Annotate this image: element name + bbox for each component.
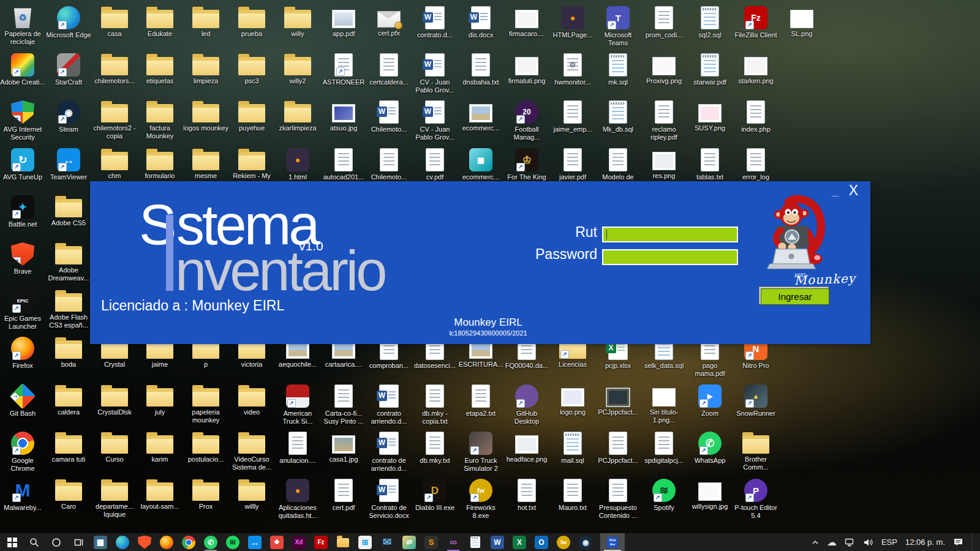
taskbar-notepad-app[interactable]	[464, 533, 486, 551]
desktop-icon-mauro-txt[interactable]: Mauro.txt	[550, 479, 595, 512]
desktop-icon-github-desktop[interactable]: ↗GitHub Desktop	[504, 384, 549, 425]
desktop-icon-hot-txt[interactable]: hot.txt	[504, 479, 549, 512]
desktop-icon-filezilla-client[interactable]: Fz↗FileZilla Client	[733, 6, 778, 39]
desktop-icon-db-mky-txt[interactable]: db.mky.txt	[412, 432, 458, 465]
taskbar-red-arrows-app[interactable]: ❖	[266, 533, 288, 551]
desktop-icon-departame-iquique[interactable]: departame... Iquique	[92, 479, 137, 519]
desktop-icon-epic-games-launcher[interactable]: EPIC↗Epic Games Launcher	[0, 290, 45, 331]
tray-chevron-icon[interactable]	[812, 539, 819, 545]
desktop-icon-psc3[interactable]: psc3	[229, 53, 274, 85]
desktop-icon-google-chrome[interactable]: ↗Google Chrome	[0, 432, 45, 473]
desktop-icon-logo-png[interactable]: logo.png	[550, 384, 595, 416]
desktop-icon-carta-co-fi-susy-pinto[interactable]: Carta-co-fi... Susy Pinto ...	[321, 384, 366, 425]
desktop-icon-postulacio[interactable]: postulacio...	[183, 432, 228, 463]
desktop-icon-july[interactable]: july	[137, 384, 183, 416]
volume-icon[interactable]	[863, 538, 873, 547]
desktop-icon-limpieza[interactable]: limpieza	[183, 53, 228, 85]
desktop-icon-willy2[interactable]: willy2	[275, 53, 320, 85]
desktop-icon-adobe-cs5[interactable]: Adobe CS5	[46, 195, 91, 227]
desktop-icon-american-truck-si[interactable]: ↗American Truck Si...	[275, 384, 320, 425]
taskbar-sistema-inventario-task[interactable]: Sist Inv	[600, 533, 625, 551]
taskbar-edge-app[interactable]	[111, 533, 134, 551]
desktop-icon-avg-tuneup[interactable]: ↻↗AVG TuneUp	[0, 148, 45, 181]
taskbar-firefox-app[interactable]	[156, 533, 178, 551]
desktop-icon-willly[interactable]: willly	[229, 479, 274, 511]
taskbar-microsoft-store-app[interactable]: ⊞	[354, 533, 376, 551]
taskbar-cortana-button[interactable]	[45, 533, 67, 551]
desktop-icon-adobe-flash-cs3-espa[interactable]: Adobe Flash CS3 españ...	[46, 290, 91, 329]
desktop-icon-casa1-jpg[interactable]: casa1.jpg	[321, 432, 366, 463]
desktop-icon-javier-pdf[interactable]: javier.pdf	[550, 148, 595, 181]
action-center-icon[interactable]	[953, 538, 963, 547]
taskbar-brave-app[interactable]	[134, 533, 156, 551]
desktop-icon-camara-tuti[interactable]: camara tuti	[46, 432, 91, 463]
desktop-icon-spdigitalpcj[interactable]: spdigitalpcj...	[641, 432, 687, 465]
desktop-icon-dnsbahia-txt[interactable]: dnsbahia.txt	[458, 53, 503, 86]
desktop-icon-for-the-king[interactable]: ♔↗For The King	[504, 148, 549, 181]
desktop-icon-papeleria-mounkey[interactable]: papeleria mounkey	[183, 384, 228, 424]
desktop-icon-formulario[interactable]: formulario	[137, 148, 183, 180]
desktop-icon-index-php[interactable]: index.php	[733, 100, 778, 133]
desktop-icon-diablo-iii-exe[interactable]: D↗Diablo III.exe	[412, 479, 458, 512]
taskbar-start-button[interactable]	[1, 533, 23, 551]
desktop-icon-atsuo-jpg[interactable]: atsuo.jpg	[321, 100, 366, 132]
desktop-icon-res-png[interactable]: res.png	[641, 148, 687, 180]
desktop-icon-fireworks-8-exe[interactable]: fw↗Fireworks 8.exe	[458, 479, 503, 520]
desktop-icon-mk-sql[interactable]: mk.sql	[595, 53, 641, 86]
desktop-icon-mesme[interactable]: mesme	[183, 148, 228, 180]
desktop-icon-prom-codi[interactable]: prom_codi...	[641, 6, 687, 39]
desktop-icon-layout-sam[interactable]: layout-sam...	[137, 479, 183, 511]
desktop-icon-db-mky-copia-txt[interactable]: db.mky - copia.txt	[412, 384, 458, 425]
taskbar-photo-tool-app[interactable]: ⇄	[398, 533, 420, 551]
login-button[interactable]: Ingresar	[759, 287, 829, 304]
desktop-icon-contrato-de-arriendo-d[interactable]: contrato de arriendo.d...	[366, 432, 412, 473]
desktop-icon-git-bash[interactable]: ↗Git Bash	[0, 384, 45, 418]
desktop-icon-videocurso-sistema-de[interactable]: VideoCurso Sistema de...	[229, 432, 274, 471]
desktop-icon-jaime-emp[interactable]: jaime_emp...	[550, 100, 595, 133]
taskbar-mail-app[interactable]: ✉	[376, 533, 398, 551]
desktop-icon-avg-internet-security[interactable]: ↗AVG Internet Security	[0, 100, 45, 141]
taskbar-chrome-app[interactable]	[178, 533, 200, 551]
desktop-icon-sql2-sql[interactable]: sql2.sql	[687, 6, 733, 39]
desktop-icon-willy[interactable]: willy	[275, 6, 320, 38]
desktop-icon-chilemoto[interactable]: Chilemoto...	[366, 100, 412, 133]
desktop-icon-firefox[interactable]: ↗Firefox	[0, 337, 45, 370]
desktop-icon-willysign-jpg[interactable]: willysign.jpg	[687, 479, 733, 511]
desktop-icon-dis-docx[interactable]: dis.docx	[458, 6, 503, 39]
desktop-icon-sl-png[interactable]: SL.png	[779, 6, 824, 38]
desktop-icon-football-manag[interactable]: 20↗Football Manag...	[504, 100, 549, 141]
desktop-icon-brave[interactable]: ↗Brave	[0, 242, 45, 276]
desktop-icon-led[interactable]: led	[183, 6, 228, 38]
desktop-icon-tablas-txt[interactable]: tablas.txt	[687, 148, 733, 181]
desktop-icon-boda[interactable]: boda	[46, 337, 91, 369]
taskbar-steam-app[interactable]: ◉	[575, 533, 597, 551]
desktop-icon-curso[interactable]: Curso	[92, 432, 137, 463]
taskbar-visual-studio-app[interactable]: ∞	[442, 533, 464, 551]
desktop-icon-chilemotors[interactable]: chilemotors...	[92, 53, 137, 85]
taskbar-calculator-app[interactable]: ▦	[89, 533, 111, 551]
desktop-icon-karim[interactable]: karim	[137, 432, 183, 463]
taskbar-sublime-text-app[interactable]: S	[420, 533, 442, 551]
desktop-icon-malwareby[interactable]: M↗Malwareby...	[0, 479, 45, 512]
desktop-icon-microsoft-teams[interactable]: T↗Microsoft Teams	[595, 6, 641, 47]
desktop-icon-euro-truck-simulator-2[interactable]: ↗Euro Truck Simulator 2	[458, 432, 503, 473]
desktop-icon-logos-mounkey[interactable]: logos mounkey	[183, 100, 228, 132]
desktop-icon-microsoft-edge[interactable]: ↗Microsoft Edge	[46, 6, 91, 39]
taskbar-adobe-xd-app[interactable]: Xd	[288, 533, 310, 551]
desktop-icon-etapa2-txt[interactable]: etapa2.txt	[458, 384, 503, 418]
desktop-icon-video[interactable]: video	[229, 384, 274, 416]
desktop-icon-chm[interactable]: chm	[92, 148, 137, 180]
desktop-icon-autocad201[interactable]: autocad201...	[321, 148, 366, 181]
desktop-icon-contrato-d[interactable]: contrato.d...	[412, 6, 458, 39]
desktop-icon-hwmonitor[interactable]: ⚙hwmonitor...	[550, 53, 595, 86]
desktop-icon-pcjppcfact[interactable]: PCJppcfact...	[595, 384, 641, 416]
desktop-icon-ecommerc[interactable]: ▣ecommerc...	[458, 148, 503, 181]
taskbar-search-button[interactable]	[23, 533, 45, 551]
close-button[interactable]: X	[849, 182, 858, 199]
desktop-icon-cv-juan-pablo-grov[interactable]: CV - Juan Pablo Grov...	[412, 100, 458, 141]
desktop-icon-pcjppcfact[interactable]: PCJppcfact...	[595, 432, 641, 465]
desktop-icon-contrato-arriendo-d[interactable]: contrato arriendo.d...	[366, 384, 412, 425]
desktop-icon-p-touch-editor-5-4[interactable]: P↗P-touch Editor 5.4	[733, 479, 778, 520]
taskbar-word-app[interactable]: W	[486, 533, 508, 551]
desktop-icon-caro[interactable]: Caro	[46, 479, 91, 511]
